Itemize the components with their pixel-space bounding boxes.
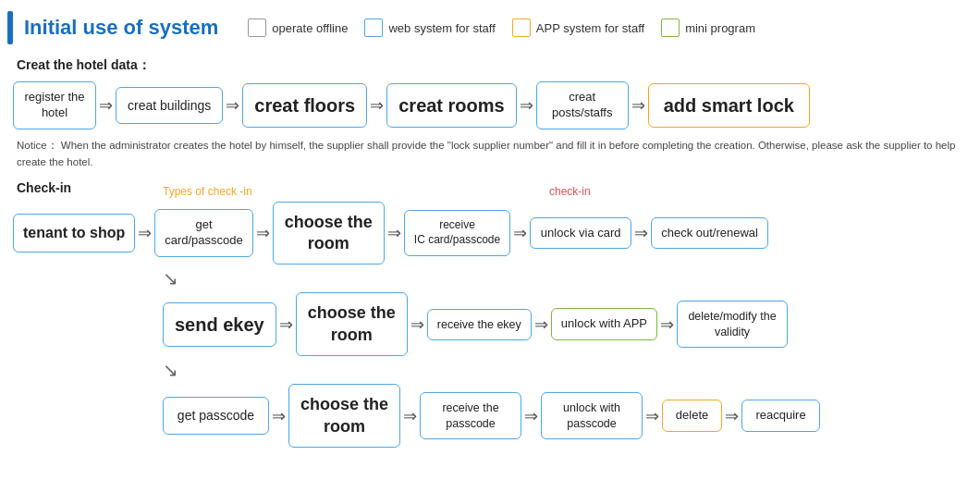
legend-label-app: APP system for staff [536, 21, 644, 35]
checkin-rows: Types of check -in check-in tenant to sh… [0, 202, 980, 448]
page-title: Initial use of system [24, 16, 218, 40]
hotel-flow: register thehotel ⇒ creat buildings ⇒ cr… [0, 81, 980, 129]
box-smartlock[interactable]: add smart lock [648, 83, 810, 128]
box-receive-ekey[interactable]: receive the ekey [427, 309, 532, 340]
arrow-3: ⇒ [370, 95, 384, 116]
arrow-r2-2: ⇒ [410, 314, 424, 335]
arrow-r1-4: ⇒ [634, 223, 648, 243]
box-send-ekey[interactable]: send ekey [163, 302, 276, 347]
arrow-r2-1: ⇒ [279, 314, 293, 335]
arrow-r2-3: ⇒ [534, 314, 548, 335]
legend-label-offline: operate offline [272, 21, 348, 35]
arrow-2: ⇒ [226, 95, 239, 116]
legend-box-offline [248, 18, 266, 37]
box-rooms[interactable]: creat rooms [386, 83, 517, 128]
page-container: Initial use of system operate offline we… [0, 0, 980, 448]
arrow-4: ⇒ [520, 95, 533, 116]
box-choose3[interactable]: choose theroom [288, 384, 400, 448]
box-buildings[interactable]: creat buildings [116, 87, 223, 124]
box-get-passcode[interactable]: get passcode [163, 397, 269, 434]
types-label: Types of check -in [163, 185, 252, 198]
legend-offline: operate offline [248, 18, 348, 37]
legend-label-web: web system for staff [388, 21, 495, 35]
box-receive-pass[interactable]: receive thepasscode [420, 392, 521, 439]
legend-box-web [364, 18, 383, 37]
arrow-r2-4: ⇒ [660, 314, 674, 335]
legend: operate offline web system for staff APP… [248, 18, 755, 37]
legend-app: APP system for staff [512, 18, 644, 37]
box-posts[interactable]: creatposts/staffs [536, 81, 629, 129]
diag-arrow-2: ↘ [13, 359, 967, 381]
box-checkout[interactable]: check out/renewal [651, 217, 768, 250]
box-choose2[interactable]: choose theroom [296, 292, 408, 356]
box-unlock-card[interactable]: unlock via card [530, 217, 631, 250]
arrow-5: ⇒ [631, 95, 645, 116]
arrow-r3-3: ⇒ [524, 406, 538, 426]
arrow-r3-2: ⇒ [403, 406, 417, 426]
box-tenant[interactable]: tenant to shop [13, 214, 135, 253]
legend-web: web system for staff [364, 18, 495, 37]
box-unlock-pass[interactable]: unlock withpasscode [541, 392, 643, 439]
arrow-r3-5: ⇒ [725, 406, 739, 426]
box-reacquire[interactable]: reacquire [741, 400, 820, 432]
legend-label-mini: mini program [685, 21, 755, 35]
arrow-r3-1: ⇒ [272, 406, 286, 426]
legend-box-app [512, 18, 531, 37]
arrow-r3-4: ⇒ [645, 406, 659, 426]
arrow-tenant-r1: ⇒ [138, 223, 152, 243]
arrow-1: ⇒ [99, 95, 113, 116]
legend-box-mini [661, 18, 680, 37]
notice-text: Notice： When the administrator creates t… [0, 133, 980, 178]
arrow-r1-3: ⇒ [513, 223, 527, 243]
box-get-card[interactable]: getcard/passcode [154, 209, 253, 257]
box-delete[interactable]: delete [662, 400, 722, 432]
title-accent-bar [7, 11, 13, 44]
legend-mini: mini program [661, 18, 755, 37]
box-unlock-app[interactable]: unlock with APP [551, 308, 657, 340]
checkin-above-label: check-in [549, 185, 591, 198]
diag-arrow-1: ↘ [13, 267, 967, 289]
box-floors[interactable]: creat floors [242, 83, 367, 128]
box-register[interactable]: register thehotel [13, 81, 96, 129]
arrow-r1-2: ⇒ [387, 223, 401, 243]
box-receive-ic[interactable]: receiveIC card/passcode [404, 210, 510, 255]
box-choose1[interactable]: choose theroom [273, 202, 385, 265]
header: Initial use of system operate offline we… [0, 0, 980, 52]
box-delete-modify[interactable]: delete/modify thevalidity [677, 301, 788, 348]
checkin-title: Check-in [0, 178, 980, 199]
hotel-section-title: Creat the hotel data： [0, 52, 980, 80]
arrow-r1-1: ⇒ [256, 223, 270, 243]
